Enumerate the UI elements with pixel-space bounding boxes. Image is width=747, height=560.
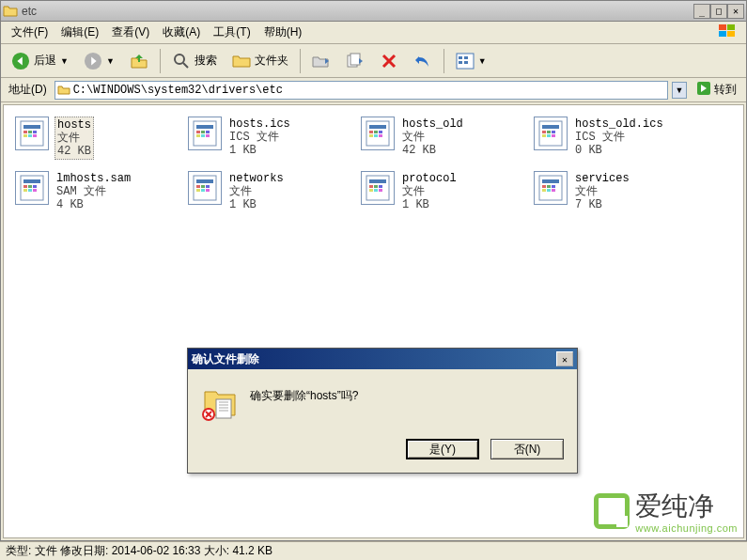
address-input[interactable]	[73, 84, 665, 97]
svg-rect-79	[542, 189, 546, 192]
svg-rect-43	[542, 125, 559, 129]
svg-rect-70	[379, 185, 382, 188]
forward-button[interactable]: ▼	[77, 47, 121, 75]
file-item[interactable]: services文件7 KB	[530, 167, 699, 216]
file-icon	[361, 117, 395, 150]
confirm-delete-dialog: 确认文件删除 ✕ 确实要删除“hosts”吗?	[187, 348, 578, 474]
address-input-wrap[interactable]	[54, 81, 668, 100]
file-size: 4 KB	[56, 198, 131, 211]
file-icon	[534, 171, 568, 205]
chevron-down-icon: ▼	[60, 56, 69, 66]
menu-file[interactable]: 文件(F)	[5, 22, 54, 43]
svg-rect-35	[369, 125, 386, 129]
svg-rect-44	[542, 131, 546, 133]
file-type: ICS 文件	[229, 131, 290, 144]
svg-rect-59	[196, 179, 213, 183]
close-button[interactable]: ✕	[727, 4, 744, 19]
svg-rect-64	[201, 189, 205, 192]
file-name: hosts	[57, 118, 91, 132]
file-texts: hosts_old文件42 KB	[400, 117, 465, 158]
menu-view[interactable]: 查看(V)	[105, 22, 156, 43]
no-button[interactable]: 否(N)	[490, 439, 564, 459]
folders-button[interactable]: 文件夹	[226, 47, 295, 75]
go-icon	[696, 81, 711, 99]
file-name: networks	[229, 172, 284, 185]
svg-rect-25	[33, 134, 37, 137]
file-item[interactable]: hosts_old.icsICS 文件0 KB	[530, 113, 699, 163]
move-to-icon	[312, 52, 331, 70]
file-texts: lmhosts.samSAM 文件4 KB	[54, 171, 132, 212]
svg-rect-31	[196, 134, 200, 137]
views-icon	[456, 52, 475, 70]
forward-icon	[84, 52, 102, 70]
folder-icon	[3, 4, 18, 19]
menu-favorites[interactable]: 收藏(A)	[156, 22, 207, 43]
file-size: 1 KB	[229, 144, 290, 157]
file-name: lmhosts.sam	[56, 172, 131, 185]
window-title: etc	[22, 5, 693, 18]
yes-button[interactable]: 是(Y)	[406, 439, 479, 459]
copy-to-icon	[346, 52, 365, 70]
file-name: services	[575, 172, 630, 185]
file-name: protocol	[402, 172, 457, 185]
titlebar: etc _ □ ✕	[1, 1, 746, 22]
back-button[interactable]: 后退 ▼	[5, 47, 75, 75]
file-name: hosts_old	[402, 117, 463, 131]
folder-icon	[57, 84, 70, 97]
menu-tools[interactable]: 工具(T)	[207, 22, 257, 43]
file-item[interactable]: hosts文件42 KB	[11, 113, 180, 163]
file-icon	[361, 171, 395, 205]
undo-icon	[413, 52, 432, 70]
file-item[interactable]: protocol文件1 KB	[357, 167, 526, 216]
copy-to-button[interactable]	[339, 47, 371, 75]
views-button[interactable]: ▼	[449, 47, 493, 75]
svg-rect-23	[23, 134, 27, 137]
dialog-title: 确认文件删除	[192, 351, 259, 367]
file-item[interactable]: hosts_old文件42 KB	[357, 113, 526, 163]
undo-button[interactable]	[407, 47, 439, 75]
search-label: 搜索	[195, 53, 217, 69]
maximize-button[interactable]: □	[710, 4, 727, 19]
svg-rect-73	[379, 189, 382, 192]
svg-rect-30	[206, 131, 210, 133]
file-list-pane[interactable]: hosts文件42 KBhosts.icsICS 文件1 KBhosts_old…	[3, 104, 744, 538]
file-item[interactable]: hosts.icsICS 文件1 KB	[184, 113, 353, 163]
svg-rect-21	[28, 131, 32, 133]
file-type: 文件	[229, 185, 284, 198]
move-to-button[interactable]	[305, 47, 337, 75]
address-dropdown-button[interactable]: ▼	[672, 82, 687, 99]
svg-rect-65	[206, 189, 210, 192]
file-texts: hosts_old.icsICS 文件0 KB	[573, 117, 665, 158]
delete-button[interactable]	[373, 47, 405, 75]
menu-edit[interactable]: 编辑(E)	[54, 22, 105, 43]
dialog-close-button[interactable]: ✕	[556, 351, 573, 366]
file-item[interactable]: lmhosts.samSAM 文件4 KB	[11, 167, 180, 216]
explorer-window: etc _ □ ✕ 文件(F) 编辑(E) 查看(V) 收藏(A) 工具(T) …	[0, 0, 747, 541]
svg-rect-3	[727, 31, 735, 37]
search-button[interactable]: 搜索	[165, 47, 224, 75]
file-texts: services文件7 KB	[573, 171, 631, 212]
status-bar: 类型: 文件 修改日期: 2014-06-02 16:33 大小: 41.2 K…	[0, 541, 747, 560]
minimize-button[interactable]: _	[693, 4, 710, 19]
svg-rect-38	[379, 131, 382, 133]
file-icon	[534, 117, 568, 150]
svg-rect-27	[196, 125, 213, 129]
file-type: 文件	[57, 132, 91, 145]
file-item[interactable]: networks文件1 KB	[184, 167, 353, 216]
svg-rect-63	[196, 189, 200, 192]
svg-rect-71	[369, 189, 373, 192]
svg-rect-1	[727, 24, 735, 30]
dialog-message: 确实要删除“hosts”吗?	[250, 386, 358, 404]
svg-rect-28	[196, 131, 200, 133]
svg-rect-14	[464, 56, 468, 59]
menu-help[interactable]: 帮助(H)	[257, 22, 309, 43]
chevron-down-icon: ▼	[106, 56, 115, 66]
svg-rect-72	[374, 189, 378, 192]
file-size: 0 KB	[575, 144, 663, 157]
up-button[interactable]	[123, 47, 155, 75]
go-button[interactable]: 转到	[691, 81, 742, 100]
dialog-titlebar: 确认文件删除 ✕	[188, 349, 577, 369]
back-icon	[11, 52, 30, 70]
svg-rect-37	[374, 131, 378, 133]
svg-rect-56	[28, 189, 32, 192]
